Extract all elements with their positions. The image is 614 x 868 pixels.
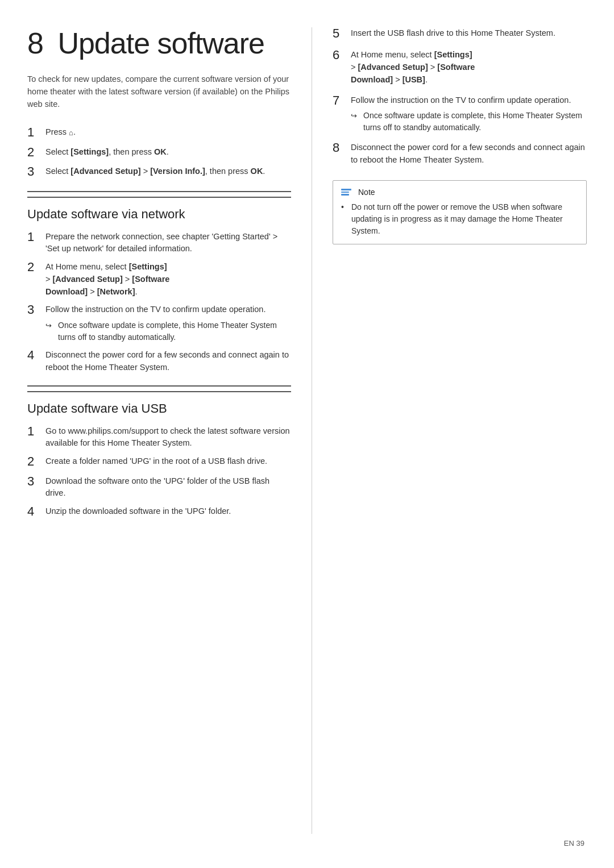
right-step-6: 6 At Home menu, select [Settings]> [Adva… <box>333 49 587 86</box>
intro-paragraph: To check for new updates, compare the cu… <box>27 73 291 110</box>
step-number: 1 <box>27 230 45 244</box>
network-section-title: Update software via network <box>27 197 291 222</box>
note-header: Note <box>341 188 578 197</box>
step-number: 6 <box>333 48 351 63</box>
step-number: 3 <box>27 302 45 317</box>
step-text: Disconnect the power cord for a few seco… <box>45 349 291 374</box>
usb-section: Update software via USB 1 Go to www.phil… <box>27 385 291 520</box>
arrow-icon: ↪ <box>45 320 58 331</box>
network-step-3: 3 Follow the instruction on the TV to co… <box>27 304 291 343</box>
step-text: Download the software onto the 'UPG' fol… <box>45 475 291 500</box>
basic-steps-list: 1 Press ⌂. 2 Select [Settings], then pre… <box>27 126 291 179</box>
step-number: 2 <box>27 454 45 469</box>
note-box: Note • Do not turn off the power or remo… <box>333 180 587 244</box>
sub-text: Once software update is complete, this H… <box>363 110 587 134</box>
step-text: At Home menu, select [Settings]> [Advanc… <box>45 261 291 298</box>
chapter-title-text: Update software <box>57 27 264 60</box>
usb-step-1: 1 Go to www.philips.com/support to check… <box>27 425 291 450</box>
network-step-4: 4 Disconnect the power cord for a few se… <box>27 349 291 374</box>
bullet-dot: • <box>341 201 351 213</box>
right-step-7: 7 Follow the instruction on the TV to co… <box>333 94 587 134</box>
basic-step-3: 3 Select [Advanced Setup] > [Version Inf… <box>27 165 291 179</box>
right-column: 5 Insert the USB flash drive to this Hom… <box>312 27 587 834</box>
step-number: 1 <box>27 424 45 439</box>
right-steps-list: 5 Insert the USB flash drive to this Hom… <box>333 27 587 167</box>
step-number: 2 <box>27 145 45 160</box>
section-divider <box>27 191 291 192</box>
right-step-8: 8 Disconnect the power cord for a few se… <box>333 142 587 167</box>
note-icon-line1 <box>341 189 351 190</box>
arrow-icon: ↪ <box>351 110 363 122</box>
step-text: Create a folder named 'UPG' in the root … <box>45 455 291 468</box>
chapter-title: 8 Update software <box>27 27 291 60</box>
step-number: 3 <box>27 164 45 179</box>
step-text: Follow the instruction on the TV to conf… <box>351 94 587 134</box>
basic-step-1: 1 Press ⌂. <box>27 126 291 140</box>
step-text: Insert the USB flash drive to this Home … <box>351 27 587 40</box>
chapter-number: 8 <box>27 27 43 60</box>
sub-bullet: ↪ Once software update is complete, this… <box>45 319 291 343</box>
step-text: Press ⌂. <box>45 126 291 139</box>
usb-section-title: Update software via USB <box>27 391 291 416</box>
note-icon <box>341 189 351 196</box>
step-number: 1 <box>27 125 45 140</box>
step-text: Go to www.philips.com/support to check t… <box>45 425 291 450</box>
step-text: Select [Advanced Setup] > [Version Info.… <box>45 165 291 178</box>
note-label: Note <box>358 188 375 197</box>
basic-step-2: 2 Select [Settings], then press OK. <box>27 146 291 160</box>
network-step-2: 2 At Home menu, select [Settings]> [Adva… <box>27 261 291 298</box>
usb-step-2: 2 Create a folder named 'UPG' in the roo… <box>27 455 291 469</box>
step-number: 4 <box>27 504 45 519</box>
step-text: Select [Settings], then press OK. <box>45 146 291 159</box>
note-bullet: • Do not turn off the power or remove th… <box>341 201 578 237</box>
usb-steps-list: 1 Go to www.philips.com/support to check… <box>27 425 291 520</box>
step-number: 4 <box>27 348 45 363</box>
step-number: 8 <box>333 140 351 155</box>
step-number: 3 <box>27 474 45 489</box>
step-text: Unzip the downloaded software in the 'UP… <box>45 505 291 518</box>
network-step-1: 1 Prepare the network connection, see ch… <box>27 231 291 256</box>
step-text: Follow the instruction on the TV to conf… <box>45 304 291 343</box>
section-divider <box>27 385 291 387</box>
step-text: Disconnect the power cord for a few seco… <box>351 142 587 167</box>
note-icon-line3 <box>341 194 349 196</box>
sub-text: Once software update is complete, this H… <box>58 319 291 343</box>
usb-step-3: 3 Download the software onto the 'UPG' f… <box>27 475 291 500</box>
note-text: Do not turn off the power or remove the … <box>351 201 578 237</box>
page-number: EN 39 <box>564 839 584 848</box>
step-text: Prepare the network connection, see chap… <box>45 231 291 256</box>
network-steps-list: 1 Prepare the network connection, see ch… <box>27 231 291 374</box>
network-section: Update software via network 1 Prepare th… <box>27 191 291 374</box>
step-text: At Home menu, select [Settings]> [Advanc… <box>351 49 587 86</box>
step-number: 7 <box>333 93 351 108</box>
home-icon: ⌂ <box>69 127 73 139</box>
right-step-5: 5 Insert the USB flash drive to this Hom… <box>333 27 587 41</box>
sub-bullet: ↪ Once software update is complete, this… <box>351 110 587 134</box>
note-icon-line2 <box>341 192 349 193</box>
step-number: 2 <box>27 260 45 275</box>
left-column: 8 Update software To check for new updat… <box>27 27 312 834</box>
usb-step-4: 4 Unzip the downloaded software in the '… <box>27 505 291 519</box>
step-number: 5 <box>333 26 351 41</box>
